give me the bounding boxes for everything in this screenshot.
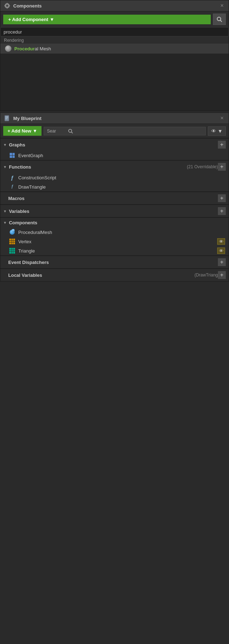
graphs-header[interactable]: ▼ Graphs + [0,138,229,151]
functions-title: Functions [9,164,185,170]
blueprint-search-input[interactable] [47,129,67,134]
svg-point-6 [217,17,221,21]
macros-add-button[interactable]: + [218,194,226,202]
draw-triangle-item[interactable]: f DrawTriangle [0,182,229,191]
variables-title: Variables [9,209,218,214]
rendering-category-label: Rendering [0,36,229,44]
components-search-input[interactable] [4,29,225,35]
components-panel-icon [4,3,10,9]
procedural-mesh-label: Procedural Mesh [14,46,51,51]
functions-header[interactable]: ▼ Functions (21 Overridable) + [0,160,229,173]
functions-badge: (21 Overridable) [187,164,218,169]
svg-point-1 [6,5,8,7]
triangle-label: Triangle [18,248,214,254]
add-new-label: + Add New [8,128,31,134]
procedural-mesh-highlight: Procedur [14,46,35,51]
construction-script-item[interactable]: ƒ ConstructionScript [0,173,229,182]
svg-line-13 [72,132,73,133]
components-search-box [0,27,229,36]
procedural-mesh-item[interactable]: Procedural Mesh [0,44,229,54]
event-dispatchers-section: ▶ Event Dispatchers + [0,255,229,268]
event-graph-item[interactable]: EventGraph [0,151,229,160]
construction-script-label: ConstructionScript [18,175,225,180]
variables-header[interactable]: ▼ Variables + [0,205,229,217]
blueprint-panel: My Blueprint × + Add New ▼ 👁 ▼ ▼ Graphs … [0,113,229,281]
search-icon [216,16,222,22]
blueprint-toolbar: + Add New ▼ 👁 ▼ [0,124,229,138]
graphs-arrow: ▼ [3,143,7,147]
eye-icon: 👁 [211,128,216,134]
blueprint-panel-close[interactable]: × [219,115,225,121]
blueprint-search-icon [68,129,73,134]
procedural-mesh-bp-label: ProceduralMesh [18,230,225,235]
blueprint-panel-header: My Blueprint × [0,113,229,124]
triangle-eye-icon: 👁 [219,248,224,254]
vertex-eye-button[interactable]: 👁 [217,238,225,245]
vertex-label: Vertex [18,239,214,244]
graphs-add-button[interactable]: + [218,141,226,149]
components-search-button[interactable] [213,14,226,25]
svg-rect-8 [5,115,9,121]
local-variables-add-button[interactable]: + [218,271,226,279]
event-dispatchers-header[interactable]: ▶ Event Dispatchers + [0,256,229,268]
components-toolbar: + Add Component ▼ [0,11,229,27]
bp-components-section: ▼ Components ProceduralMesh Vertex 👁 [0,217,229,255]
local-variables-badge: (DrawTriang [194,273,218,278]
construction-script-icon: ƒ [9,174,15,181]
variables-arrow: ▼ [3,209,7,213]
event-graph-label: EventGraph [18,153,225,158]
svg-line-7 [220,20,222,22]
draw-triangle-label: DrawTriangle [18,184,225,190]
components-panel-header: Components × [0,0,229,11]
bp-components-title: Components [9,220,226,225]
svg-rect-10 [5,118,8,118]
components-panel-title: Components [13,3,216,9]
local-variables-title: Local Variables [8,273,193,278]
local-variables-section: ▶ Local Variables (DrawTriang + [0,268,229,281]
draw-triangle-icon: f [9,184,15,190]
add-new-arrow: ▼ [33,128,37,134]
variables-section: ▼ Variables + [0,204,229,217]
vertex-eye-icon: 👁 [219,239,224,244]
functions-section: ▼ Functions (21 Overridable) + ƒ Constru… [0,160,229,191]
bp-components-header[interactable]: ▼ Components [0,218,229,228]
blueprint-panel-icon [4,115,10,121]
variables-add-button[interactable]: + [218,207,226,215]
blueprint-eye-button[interactable]: 👁 ▼ [208,126,226,136]
components-panel-close[interactable]: × [219,3,225,9]
vertex-icon [9,238,15,245]
event-dispatchers-add-button[interactable]: + [218,258,226,266]
procedural-mesh-icon [5,45,11,52]
svg-rect-3 [7,7,8,9]
components-spacer [0,54,229,111]
svg-rect-9 [5,116,8,117]
bp-components-arrow: ▼ [3,221,7,225]
eye-dropdown-arrow: ▼ [218,128,223,134]
graphs-title: Graphs [9,142,218,148]
triangle-icon [9,248,15,254]
add-component-button[interactable]: + Add Component ▼ [3,15,211,24]
triangle-item[interactable]: Triangle 👁 [0,246,229,255]
macros-title: Macros [8,196,218,201]
procedural-mesh-bp-icon [9,229,15,235]
graphs-section: ▼ Graphs + EventGraph [0,138,229,160]
svg-rect-4 [4,5,6,6]
local-variables-header[interactable]: ▶ Local Variables (DrawTriang + [0,269,229,281]
add-component-arrow: ▼ [50,17,54,22]
vertex-item[interactable]: Vertex 👁 [0,237,229,246]
macros-header[interactable]: ▶ Macros + [0,192,229,204]
macros-section: ▶ Macros + [0,191,229,204]
components-panel: Components × + Add Component ▼ Rendering… [0,0,229,111]
functions-add-button[interactable]: + [218,163,226,171]
triangle-eye-button[interactable]: 👁 [217,248,225,254]
add-new-button[interactable]: + Add New ▼ [3,126,42,136]
add-component-label: + Add Component [8,17,48,22]
procedural-mesh-rest: al Mesh [35,46,51,51]
procedural-mesh-bp-item[interactable]: ProceduralMesh [0,228,229,237]
svg-rect-2 [7,3,8,4]
svg-point-12 [69,129,72,132]
blueprint-panel-title: My Blueprint [13,116,216,121]
blueprint-search-field [44,127,206,135]
functions-arrow: ▼ [3,165,7,169]
svg-rect-5 [9,5,10,6]
